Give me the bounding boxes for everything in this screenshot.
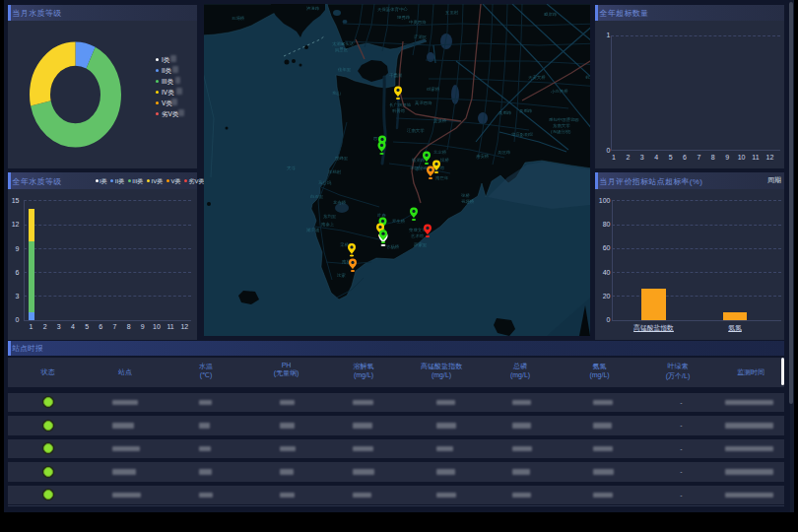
svg-text:湖滨浦: 湖滨浦 bbox=[306, 228, 320, 233]
svg-text:东南大学: 东南大学 bbox=[553, 123, 570, 128]
svg-text:天安大桥: 天安大桥 bbox=[528, 75, 546, 80]
svg-text:东均里: 东均里 bbox=[323, 214, 337, 219]
svg-text:太湖鼋头渚: 太湖鼋头渚 bbox=[332, 41, 355, 46]
svg-text:张桥: 张桥 bbox=[461, 193, 470, 198]
svg-text:大浮: 大浮 bbox=[287, 166, 296, 170]
svg-text:重峰里: 重峰里 bbox=[335, 156, 349, 161]
svg-text:邵家桥: 邵家桥 bbox=[427, 87, 440, 92]
svg-text:高浪西路: 高浪西路 bbox=[415, 100, 432, 105]
svg-text:小白渔桥: 小白渔桥 bbox=[551, 89, 568, 94]
svg-text:白石里: 白石里 bbox=[310, 194, 324, 199]
svg-text:佳年里: 佳年里 bbox=[337, 67, 352, 72]
svg-text:马公坞: 马公坞 bbox=[318, 180, 332, 185]
svg-text:华庄影剧院: 华庄影剧院 bbox=[511, 132, 534, 137]
svg-text:沈家: 沈家 bbox=[337, 273, 346, 278]
svg-text:北定桥: 北定桥 bbox=[433, 150, 447, 155]
svg-text:吴区路: 吴区路 bbox=[498, 150, 511, 155]
svg-text:风景区: 风景区 bbox=[335, 47, 349, 52]
svg-text:坝桥: 坝桥 bbox=[439, 158, 449, 163]
svg-text:南泰上: 南泰上 bbox=[321, 222, 335, 227]
svg-text:吴都路: 吴都路 bbox=[519, 108, 533, 113]
svg-text:科普馆: 科普馆 bbox=[392, 108, 406, 113]
svg-text:艺术馆: 艺术馆 bbox=[411, 233, 425, 238]
svg-text:中奥西路: 中奥西路 bbox=[409, 20, 427, 25]
svg-text:龙寺桥: 龙寺桥 bbox=[333, 200, 347, 205]
svg-text:古杨桥: 古杨桥 bbox=[386, 244, 400, 249]
svg-text:渔港路: 渔港路 bbox=[306, 6, 320, 11]
svg-text:滨湖区: 滨湖区 bbox=[414, 34, 428, 39]
svg-text:(无锡分校): (无锡分校) bbox=[551, 129, 571, 134]
svg-text:充山: 充山 bbox=[332, 91, 341, 96]
svg-text:罗生桥: 罗生桥 bbox=[392, 219, 406, 224]
svg-text:天保新体育中心: 天保新体育中心 bbox=[377, 6, 408, 12]
svg-text:叶春: 叶春 bbox=[377, 213, 386, 218]
svg-text:薛家里: 薛家里 bbox=[414, 242, 428, 247]
svg-text:长广溪湿地: 长广溪湿地 bbox=[389, 102, 412, 107]
svg-text:石塘桥: 石塘桥 bbox=[232, 16, 245, 21]
svg-text:千蠡湖: 千蠡湖 bbox=[389, 72, 402, 78]
svg-text:吴都路: 吴都路 bbox=[499, 110, 512, 115]
svg-text:南巨年: 南巨年 bbox=[435, 175, 449, 180]
svg-text:盛岸路: 盛岸路 bbox=[544, 12, 558, 17]
svg-text:振湖路: 振湖路 bbox=[412, 158, 426, 163]
svg-text:江南大学: 江南大学 bbox=[407, 128, 425, 133]
